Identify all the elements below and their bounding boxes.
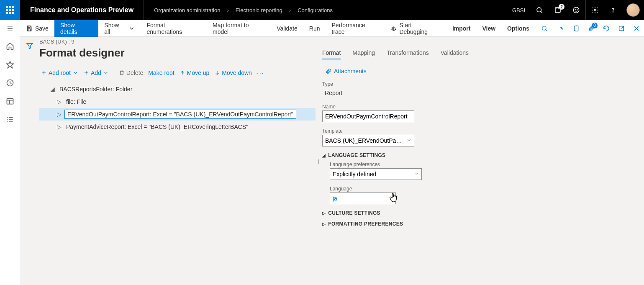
name-label: Name <box>322 104 636 110</box>
format-tree: ◢ BACSReportsFolder: Folder ▷ file: File… <box>39 83 316 133</box>
svg-marker-36 <box>27 44 33 49</box>
map-format-button[interactable]: Map format to model <box>207 20 271 37</box>
clock-icon[interactable] <box>6 79 14 87</box>
caret-right-icon[interactable]: ▷ <box>56 123 62 130</box>
tab-mapping[interactable]: Mapping <box>352 49 375 59</box>
gear-icon[interactable] <box>585 0 604 20</box>
show-all-button[interactable]: Show all <box>98 20 141 37</box>
show-details-button[interactable]: Show details <box>54 20 98 37</box>
caret-right-icon[interactable]: ▷ <box>56 98 62 105</box>
save-button[interactable]: Save <box>20 20 54 37</box>
cursor-hand-icon <box>389 193 398 203</box>
svg-point-5 <box>577 9 577 10</box>
validate-button[interactable]: Validate <box>271 20 303 37</box>
help-icon[interactable] <box>604 0 622 20</box>
add-root-label: Add root <box>49 69 71 76</box>
culture-settings-section[interactable]: ▷ CULTURE SETTINGS <box>322 210 636 216</box>
star-icon[interactable] <box>6 60 14 69</box>
attach-badge: 0 <box>592 23 598 28</box>
notifications-icon[interactable]: 2 <box>549 0 567 20</box>
name-field[interactable] <box>322 110 414 122</box>
breadcrumb-item[interactable]: Configurations <box>298 7 333 13</box>
avatar[interactable] <box>626 3 640 17</box>
run-button[interactable]: Run <box>303 20 326 37</box>
language-field[interactable] <box>330 193 396 204</box>
chevron-down-icon <box>128 25 135 32</box>
add-label: Add <box>91 69 101 76</box>
tab-validations[interactable]: Validations <box>441 49 469 59</box>
view-button[interactable]: View <box>476 20 501 37</box>
svg-line-16 <box>391 29 392 30</box>
breadcrumb-item[interactable]: Organization administration <box>154 7 220 13</box>
plus-icon <box>41 70 47 76</box>
add-root-button[interactable]: Add root <box>39 68 80 78</box>
show-details-label: Show details <box>60 22 92 35</box>
make-root-button[interactable]: Make root <box>146 68 176 78</box>
format-enumerations-button[interactable]: Format enumerations <box>141 20 207 37</box>
tree-row-selected[interactable]: ▷ ERVendOutPaymControlReport: Excel = "B… <box>39 108 316 121</box>
import-button[interactable]: Import <box>446 20 477 37</box>
app-launcher[interactable] <box>0 0 20 20</box>
smiley-icon[interactable] <box>567 0 585 20</box>
template-field[interactable] <box>322 135 414 146</box>
modules-icon[interactable] <box>6 116 14 124</box>
delete-button[interactable]: Delete <box>117 68 145 78</box>
move-up-button[interactable]: Move up <box>178 68 211 78</box>
search-icon[interactable] <box>530 0 549 20</box>
options-button[interactable]: Options <box>501 20 535 37</box>
topbar: Finance and Operations Preview Organizat… <box>0 0 644 20</box>
company-picker[interactable]: GBSI <box>507 7 530 13</box>
tree-row[interactable]: ▷ PaymentAdviceReport: Excel = "BACS (UK… <box>39 121 316 133</box>
detail-tabs: Format Mapping Transformations Validatio… <box>322 49 636 59</box>
workspace-icon[interactable] <box>6 97 14 105</box>
designer-left-panel: BACS (UK) : 9 Format designer Add root A… <box>39 37 316 285</box>
page-subtitle: BACS (UK) : 9 <box>39 39 316 45</box>
more-button[interactable]: ··· <box>255 68 266 78</box>
tab-format[interactable]: Format <box>322 49 341 59</box>
svg-point-19 <box>542 26 546 30</box>
delete-label: Delete <box>126 69 143 76</box>
breadcrumb-item[interactable]: Electronic reporting <box>236 7 282 13</box>
tree-row[interactable]: ◢ BACSReportsFolder: Folder <box>39 83 316 95</box>
trash-icon <box>119 70 125 76</box>
map-format-label: Map format to model <box>213 22 265 35</box>
filter-button[interactable] <box>20 37 39 285</box>
start-debug-button[interactable]: Start Debugging <box>385 20 446 37</box>
language-settings-label: LANGUAGE SETTINGS <box>328 152 385 158</box>
refresh-icon[interactable] <box>599 20 614 37</box>
popout-icon[interactable] <box>614 20 629 37</box>
perf-trace-button[interactable]: Performance trace <box>326 20 385 37</box>
language-settings-section[interactable]: ◢ LANGUAGE SETTINGS <box>322 152 636 158</box>
nav-toggle[interactable] <box>0 20 20 37</box>
attachments-link[interactable]: Attachments <box>326 68 636 74</box>
chevron-down-icon <box>103 70 109 76</box>
lang-pref-field[interactable] <box>330 168 422 180</box>
formatting-pref-section[interactable]: ▷ FORMATTING PREFERENCES <box>322 221 636 227</box>
tree-row[interactable]: ▷ file: File <box>39 95 316 108</box>
app-title: Finance and Operations Preview <box>20 0 144 20</box>
add-button[interactable]: Add <box>82 68 110 78</box>
type-value: Report <box>322 88 385 98</box>
caret-down-icon[interactable]: ◢ <box>49 86 55 92</box>
link-icon[interactable] <box>554 20 569 37</box>
tree-node-label: file: File <box>64 98 88 106</box>
search-commands[interactable] <box>535 20 554 37</box>
splitter[interactable] <box>316 37 321 285</box>
left-rail <box>0 37 20 285</box>
close-icon[interactable] <box>629 20 644 37</box>
home-icon[interactable] <box>6 42 14 50</box>
svg-line-18 <box>395 29 396 30</box>
topbar-right: GBSI 2 <box>507 0 644 20</box>
lang-pref-select[interactable] <box>330 168 422 180</box>
import-label: Import <box>452 25 471 32</box>
content: BACS (UK) : 9 Format designer Add root A… <box>20 37 644 285</box>
move-down-button[interactable]: Move down <box>213 68 254 78</box>
caret-right-icon[interactable]: ▷ <box>56 111 62 118</box>
office-icon[interactable] <box>569 20 584 37</box>
move-up-label: Move up <box>187 69 210 76</box>
tab-transformations[interactable]: Transformations <box>387 49 429 59</box>
template-select[interactable] <box>322 135 414 146</box>
format-enum-label: Format enumerations <box>146 22 201 35</box>
breadcrumb: Organization administration › Electronic… <box>144 7 507 13</box>
attach-icon[interactable]: 0 <box>584 20 599 37</box>
